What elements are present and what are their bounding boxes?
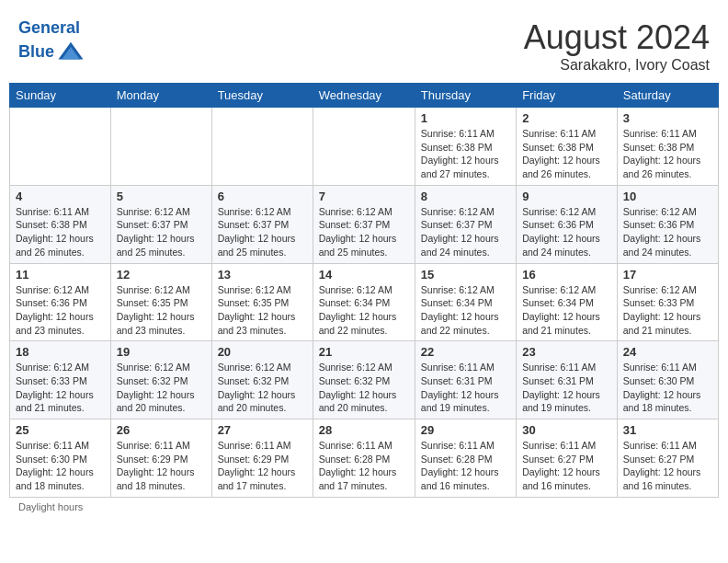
calendar-header-row: SundayMondayTuesdayWednesdayThursdayFrid… xyxy=(10,84,719,108)
day-number: 15 xyxy=(421,268,510,282)
calendar-cell xyxy=(211,108,313,186)
day-info: Sunrise: 6:12 AM Sunset: 6:37 PM Dayligh… xyxy=(319,205,409,259)
calendar-cell: 10Sunrise: 6:12 AM Sunset: 6:36 PM Dayli… xyxy=(617,185,718,263)
calendar-cell: 26Sunrise: 6:11 AM Sunset: 6:29 PM Dayli… xyxy=(110,419,211,498)
calendar-cell xyxy=(313,108,415,186)
logo-icon xyxy=(57,39,85,66)
calendar-cell: 30Sunrise: 6:11 AM Sunset: 6:27 PM Dayli… xyxy=(517,419,618,498)
calendar-cell: 13Sunrise: 6:12 AM Sunset: 6:35 PM Dayli… xyxy=(211,263,313,341)
calendar-cell xyxy=(110,108,211,186)
day-number: 26 xyxy=(117,423,206,437)
day-info: Sunrise: 6:11 AM Sunset: 6:28 PM Dayligh… xyxy=(319,439,409,493)
col-header-saturday: Saturday xyxy=(617,84,718,108)
footer: Daylight hours xyxy=(9,498,719,516)
calendar-week-3: 11Sunrise: 6:12 AM Sunset: 6:36 PM Dayli… xyxy=(10,263,719,341)
calendar-cell: 23Sunrise: 6:11 AM Sunset: 6:31 PM Dayli… xyxy=(517,341,618,419)
day-info: Sunrise: 6:11 AM Sunset: 6:27 PM Dayligh… xyxy=(623,439,712,493)
day-info: Sunrise: 6:12 AM Sunset: 6:36 PM Dayligh… xyxy=(522,205,611,259)
day-number: 19 xyxy=(117,345,206,359)
logo: General Blue xyxy=(18,18,85,66)
calendar-cell: 3Sunrise: 6:11 AM Sunset: 6:38 PM Daylig… xyxy=(617,108,718,186)
day-info: Sunrise: 6:11 AM Sunset: 6:30 PM Dayligh… xyxy=(16,439,105,493)
daylight-label: Daylight hours xyxy=(18,501,83,512)
calendar-table: SundayMondayTuesdayWednesdayThursdayFrid… xyxy=(9,83,719,498)
calendar-cell: 17Sunrise: 6:12 AM Sunset: 6:33 PM Dayli… xyxy=(617,263,718,341)
calendar-cell: 8Sunrise: 6:12 AM Sunset: 6:37 PM Daylig… xyxy=(415,185,516,263)
day-info: Sunrise: 6:11 AM Sunset: 6:38 PM Dayligh… xyxy=(623,127,712,181)
calendar-cell: 21Sunrise: 6:12 AM Sunset: 6:32 PM Dayli… xyxy=(313,341,415,419)
calendar-cell: 14Sunrise: 6:12 AM Sunset: 6:34 PM Dayli… xyxy=(313,263,415,341)
col-header-wednesday: Wednesday xyxy=(313,84,415,108)
day-info: Sunrise: 6:12 AM Sunset: 6:36 PM Dayligh… xyxy=(16,283,105,338)
col-header-sunday: Sunday xyxy=(10,84,111,108)
day-number: 14 xyxy=(319,268,409,282)
day-info: Sunrise: 6:12 AM Sunset: 6:37 PM Dayligh… xyxy=(117,205,206,259)
day-number: 16 xyxy=(522,268,611,282)
day-info: Sunrise: 6:12 AM Sunset: 6:37 PM Dayligh… xyxy=(218,205,307,259)
day-info: Sunrise: 6:11 AM Sunset: 6:31 PM Dayligh… xyxy=(421,361,510,415)
calendar-cell: 2Sunrise: 6:11 AM Sunset: 6:38 PM Daylig… xyxy=(517,108,618,186)
day-number: 3 xyxy=(623,111,712,125)
calendar-cell: 7Sunrise: 6:12 AM Sunset: 6:37 PM Daylig… xyxy=(313,185,415,263)
calendar-cell: 24Sunrise: 6:11 AM Sunset: 6:30 PM Dayli… xyxy=(617,341,718,419)
calendar-cell xyxy=(10,108,111,186)
calendar-cell: 15Sunrise: 6:12 AM Sunset: 6:34 PM Dayli… xyxy=(415,263,516,341)
day-info: Sunrise: 6:12 AM Sunset: 6:35 PM Dayligh… xyxy=(117,283,206,338)
day-number: 31 xyxy=(623,423,712,437)
col-header-thursday: Thursday xyxy=(415,84,516,108)
day-number: 9 xyxy=(522,190,611,203)
col-header-monday: Monday xyxy=(110,84,211,108)
day-info: Sunrise: 6:12 AM Sunset: 6:34 PM Dayligh… xyxy=(319,283,409,338)
day-info: Sunrise: 6:11 AM Sunset: 6:30 PM Dayligh… xyxy=(623,361,712,415)
calendar-cell: 16Sunrise: 6:12 AM Sunset: 6:34 PM Dayli… xyxy=(517,263,618,341)
calendar-cell: 18Sunrise: 6:12 AM Sunset: 6:33 PM Dayli… xyxy=(10,341,111,419)
day-info: Sunrise: 6:12 AM Sunset: 6:32 PM Dayligh… xyxy=(117,361,206,415)
title-block: August 2024 Sarakakro, Ivory Coast xyxy=(524,18,710,74)
calendar-cell: 6Sunrise: 6:12 AM Sunset: 6:37 PM Daylig… xyxy=(211,185,313,263)
day-info: Sunrise: 6:11 AM Sunset: 6:38 PM Dayligh… xyxy=(522,127,611,181)
day-info: Sunrise: 6:12 AM Sunset: 6:32 PM Dayligh… xyxy=(319,361,409,415)
calendar-cell: 5Sunrise: 6:12 AM Sunset: 6:37 PM Daylig… xyxy=(110,185,211,263)
day-info: Sunrise: 6:11 AM Sunset: 6:38 PM Dayligh… xyxy=(421,127,510,181)
calendar-cell: 28Sunrise: 6:11 AM Sunset: 6:28 PM Dayli… xyxy=(313,419,415,498)
day-info: Sunrise: 6:11 AM Sunset: 6:27 PM Dayligh… xyxy=(522,439,611,493)
day-number: 4 xyxy=(16,190,105,203)
day-number: 8 xyxy=(421,190,510,203)
day-number: 1 xyxy=(421,111,510,125)
day-number: 29 xyxy=(421,423,510,437)
day-info: Sunrise: 6:12 AM Sunset: 6:35 PM Dayligh… xyxy=(218,283,307,338)
day-number: 5 xyxy=(117,190,206,203)
calendar-cell: 12Sunrise: 6:12 AM Sunset: 6:35 PM Dayli… xyxy=(110,263,211,341)
day-info: Sunrise: 6:12 AM Sunset: 6:33 PM Dayligh… xyxy=(623,283,712,338)
logo-general: General xyxy=(18,18,80,37)
location: Sarakakro, Ivory Coast xyxy=(524,57,710,74)
col-header-friday: Friday xyxy=(517,84,618,108)
day-number: 28 xyxy=(319,423,409,437)
day-number: 24 xyxy=(623,345,712,359)
calendar-cell: 9Sunrise: 6:12 AM Sunset: 6:36 PM Daylig… xyxy=(517,185,618,263)
day-number: 22 xyxy=(421,345,510,359)
calendar-cell: 22Sunrise: 6:11 AM Sunset: 6:31 PM Dayli… xyxy=(415,341,516,419)
calendar-cell: 29Sunrise: 6:11 AM Sunset: 6:28 PM Dayli… xyxy=(415,419,516,498)
calendar-week-2: 4Sunrise: 6:11 AM Sunset: 6:38 PM Daylig… xyxy=(10,185,719,263)
calendar-week-5: 25Sunrise: 6:11 AM Sunset: 6:30 PM Dayli… xyxy=(10,419,719,498)
day-number: 13 xyxy=(218,268,307,282)
day-info: Sunrise: 6:11 AM Sunset: 6:29 PM Dayligh… xyxy=(218,439,307,493)
calendar-cell: 25Sunrise: 6:11 AM Sunset: 6:30 PM Dayli… xyxy=(10,419,111,498)
day-number: 18 xyxy=(16,345,105,359)
day-number: 27 xyxy=(218,423,307,437)
calendar-cell: 31Sunrise: 6:11 AM Sunset: 6:27 PM Dayli… xyxy=(617,419,718,498)
col-header-tuesday: Tuesday xyxy=(211,84,313,108)
calendar-cell: 20Sunrise: 6:12 AM Sunset: 6:32 PM Dayli… xyxy=(211,341,313,419)
day-info: Sunrise: 6:12 AM Sunset: 6:36 PM Dayligh… xyxy=(623,205,712,259)
calendar-week-4: 18Sunrise: 6:12 AM Sunset: 6:33 PM Dayli… xyxy=(10,341,719,419)
day-info: Sunrise: 6:12 AM Sunset: 6:34 PM Dayligh… xyxy=(522,283,611,338)
calendar-cell: 19Sunrise: 6:12 AM Sunset: 6:32 PM Dayli… xyxy=(110,341,211,419)
calendar-cell: 11Sunrise: 6:12 AM Sunset: 6:36 PM Dayli… xyxy=(10,263,111,341)
day-info: Sunrise: 6:12 AM Sunset: 6:34 PM Dayligh… xyxy=(421,283,510,338)
day-info: Sunrise: 6:11 AM Sunset: 6:31 PM Dayligh… xyxy=(522,361,611,415)
day-number: 30 xyxy=(522,423,611,437)
calendar-cell: 4Sunrise: 6:11 AM Sunset: 6:38 PM Daylig… xyxy=(10,185,111,263)
day-info: Sunrise: 6:12 AM Sunset: 6:37 PM Dayligh… xyxy=(421,205,510,259)
calendar-week-1: 1Sunrise: 6:11 AM Sunset: 6:38 PM Daylig… xyxy=(10,108,719,186)
